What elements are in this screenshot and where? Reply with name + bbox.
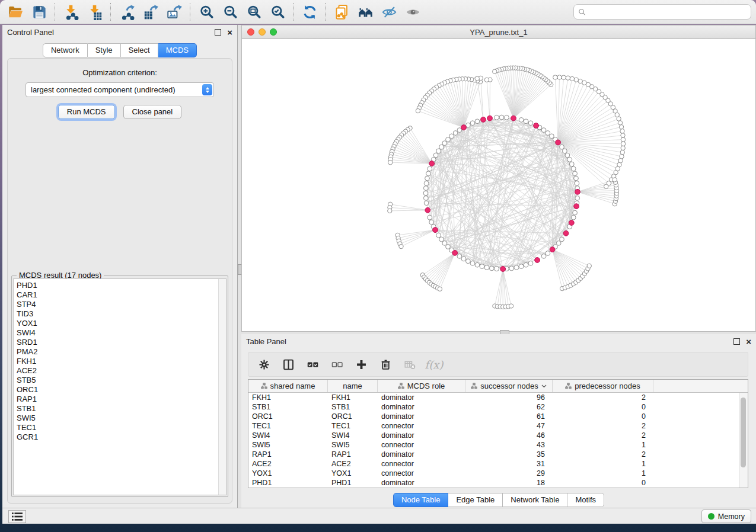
tab-select[interactable]: Select: [121, 43, 158, 57]
network-canvas[interactable]: [242, 39, 755, 331]
column-header-predecessor-nodes[interactable]: predecessor nodes: [553, 380, 653, 392]
table-row[interactable]: ORC1ORC1dominator610: [248, 412, 748, 421]
float-panel-icon[interactable]: [215, 29, 221, 36]
add-button[interactable]: [354, 357, 368, 371]
column-header-successor-nodes[interactable]: successor nodes: [465, 380, 553, 392]
mcds-list-scrollbar[interactable]: [218, 279, 226, 495]
export-network-button[interactable]: [115, 2, 139, 22]
scrollbar-thumb[interactable]: [741, 398, 746, 467]
mcds-result-list[interactable]: PHD1CAR1STP4TID3YOX1SWI4SRD1PMA2FKH1ACE2…: [13, 278, 227, 495]
mcds-result-item[interactable]: ORC1: [17, 385, 226, 395]
mcds-result-item[interactable]: YOX1: [17, 319, 226, 328]
mcds-result-item[interactable]: SWI5: [17, 414, 226, 423]
mcds-result-item[interactable]: PHD1: [17, 281, 226, 290]
table-row[interactable]: RAP1RAP1dominator352: [248, 450, 748, 459]
zoom-fit-button[interactable]: [242, 2, 266, 22]
add-icon: [355, 358, 368, 371]
table-row[interactable]: PHD1PHD1dominator180: [248, 478, 748, 488]
network-graph[interactable]: [242, 39, 755, 331]
mcds-result-item[interactable]: FKH1: [17, 357, 226, 366]
zoom-in-button[interactable]: [194, 2, 218, 22]
close-panel-icon[interactable]: ×: [227, 30, 232, 35]
tab-edge-table[interactable]: Edge Table: [448, 493, 503, 507]
mcds-result-item[interactable]: SWI4: [17, 328, 226, 338]
table-row[interactable]: TEC1TEC1connector472: [248, 421, 748, 431]
close-panel-button[interactable]: Close panel: [123, 105, 182, 119]
network-window-titlebar[interactable]: YPA_prune.txt_1: [242, 25, 755, 39]
import-table-icon: [87, 4, 103, 20]
tab-style[interactable]: Style: [88, 43, 121, 57]
criterion-select[interactable]: largest connected component (undirected): [25, 82, 214, 97]
float-panel-icon[interactable]: [733, 338, 740, 345]
close-panel-icon[interactable]: ×: [746, 339, 751, 344]
tab-mcds[interactable]: MCDS: [158, 43, 197, 57]
mcds-result-item[interactable]: CAR1: [17, 290, 226, 300]
mcds-result-item[interactable]: STP4: [17, 300, 226, 309]
column-header-shared-name[interactable]: shared name: [248, 380, 328, 392]
column-header-MCDS-role[interactable]: MCDS role: [378, 380, 465, 392]
select-all-button[interactable]: [305, 357, 320, 371]
mcds-result-item[interactable]: TID3: [17, 309, 226, 319]
mcds-result-item[interactable]: RAP1: [17, 395, 226, 404]
table-cell: ACE2: [248, 460, 328, 468]
tab-network-table[interactable]: Network Table: [503, 493, 567, 507]
table-cell: TEC1: [328, 422, 378, 430]
maximize-window-icon[interactable]: [270, 28, 277, 36]
show-eye-button[interactable]: [401, 2, 425, 22]
export-table-button[interactable]: [139, 2, 162, 22]
zoom-in-icon: [199, 4, 215, 20]
deselect-all-button[interactable]: [330, 357, 344, 371]
save-button[interactable]: [27, 2, 51, 22]
close-window-icon[interactable]: [247, 28, 254, 36]
copy-network-button[interactable]: [330, 2, 353, 22]
attribute-icon: [565, 383, 572, 389]
export-network-icon: [119, 4, 135, 20]
minimize-window-icon[interactable]: [259, 28, 266, 36]
table-row[interactable]: YOX1YOX1connector291: [248, 469, 748, 478]
hide-eye-icon: [381, 4, 397, 20]
mcds-result-item[interactable]: GCR1: [17, 432, 226, 442]
table-row[interactable]: ACE2ACE2connector311: [248, 459, 748, 469]
export-image-button[interactable]: [162, 2, 186, 22]
table-scrollbar[interactable]: [739, 393, 748, 488]
search-input[interactable]: [589, 7, 747, 17]
search-box[interactable]: [573, 4, 751, 20]
import-network-button[interactable]: [59, 2, 83, 22]
zoom-selected-icon: [270, 4, 286, 20]
gear-button[interactable]: [257, 357, 271, 371]
refresh-button[interactable]: [298, 2, 321, 22]
mcds-result-item[interactable]: ACE2: [17, 366, 226, 376]
columns-button[interactable]: [281, 357, 295, 371]
task-history-button[interactable]: [8, 510, 26, 523]
tab-node-table[interactable]: Node Table: [393, 493, 449, 507]
table-row[interactable]: STB1STB1dominator620: [248, 402, 748, 412]
run-mcds-button[interactable]: Run MCDS: [58, 105, 115, 119]
mcds-result-item[interactable]: STB5: [17, 376, 226, 385]
optimization-label: Optimization criterion:: [8, 68, 232, 77]
zoom-out-button[interactable]: [218, 2, 242, 22]
table-row[interactable]: FKH1FKH1dominator962: [248, 393, 748, 402]
mcds-result-item[interactable]: TEC1: [17, 423, 226, 432]
node-table[interactable]: shared namenameMCDS rolesuccessor nodesp…: [248, 379, 748, 488]
mcds-result-item[interactable]: STB1: [17, 404, 226, 414]
hide-eye-button[interactable]: [377, 2, 401, 22]
open-button[interactable]: [4, 2, 27, 22]
table-cell: 2: [553, 393, 653, 402]
memory-button[interactable]: Memory: [701, 509, 751, 523]
zoom-selected-button[interactable]: [266, 2, 289, 22]
ndex-button[interactable]: [353, 2, 377, 22]
tab-network[interactable]: Network: [43, 43, 88, 57]
column-header-name[interactable]: name: [328, 380, 378, 392]
table-row[interactable]: SWI4SWI4dominator462: [248, 431, 748, 440]
mcds-result-item[interactable]: PMA2: [17, 347, 226, 357]
table-cell: connector: [378, 460, 465, 468]
import-table-button[interactable]: [83, 2, 107, 22]
list-icon: [12, 512, 23, 521]
table-cell: dominator: [378, 479, 465, 487]
table-cell: 29: [465, 469, 553, 477]
mcds-result-item[interactable]: SRD1: [17, 338, 226, 347]
table-row[interactable]: SWI5SWI5connector431: [248, 440, 748, 450]
trash-button[interactable]: [378, 357, 393, 371]
table-cell: FKH1: [328, 393, 378, 402]
tab-motifs[interactable]: Motifs: [567, 493, 604, 507]
